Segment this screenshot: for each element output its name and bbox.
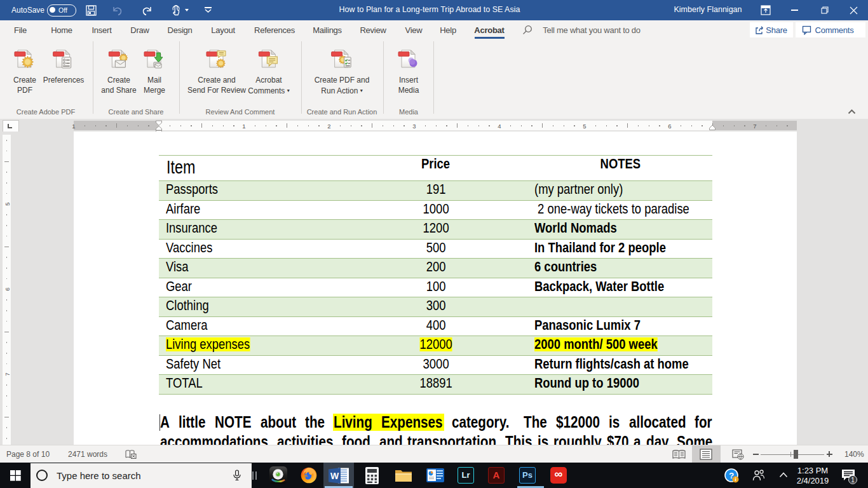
svg-text:W: W: [330, 471, 339, 481]
svg-text:1: 1: [851, 477, 855, 484]
